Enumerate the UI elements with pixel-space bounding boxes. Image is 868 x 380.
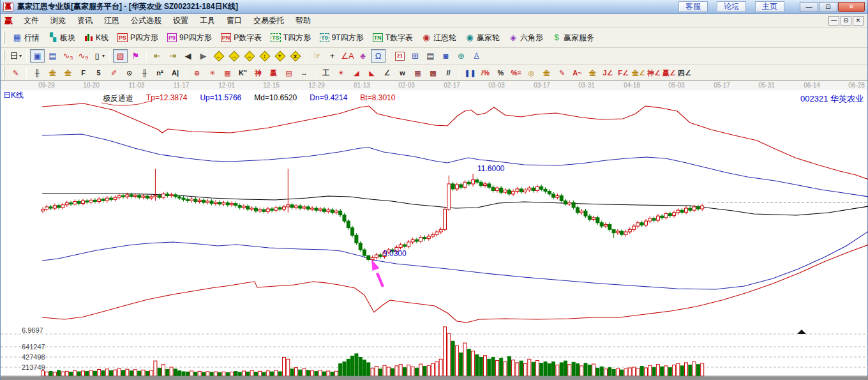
tool-fibo-grid-button[interactable]: F: [76, 66, 91, 79]
tool-compare-flag-button[interactable]: ⚑: [128, 49, 143, 63]
tool-plum-blossom-button[interactable]: ♣: [355, 49, 370, 63]
forum-button[interactable]: 论坛: [717, 1, 746, 12]
tool-sectors-button[interactable]: ▚板块: [44, 31, 80, 45]
child-close-button[interactable]: ✕: [853, 16, 864, 26]
tool-k-quote-button[interactable]: K": [236, 66, 250, 79]
tool-flag-pen-button[interactable]: ✎: [555, 66, 569, 79]
tool-t-square-button[interactable]: TST四方形: [266, 31, 315, 45]
tool-angle-shen-button[interactable]: 神∠: [647, 66, 661, 79]
close-button[interactable]: ✕: [838, 2, 865, 12]
tool-zigzag-button[interactable]: w: [395, 66, 410, 79]
tool-draw-pen-button[interactable]: ✎: [8, 66, 23, 79]
tool-t-number-table-button[interactable]: TNT数字表: [368, 31, 417, 45]
tool-gann-wheel-button[interactable]: ◉江恩轮: [417, 31, 461, 45]
tool-width-measure-button[interactable]: ↔: [297, 66, 311, 79]
restore-button[interactable]: ⊡: [819, 2, 837, 12]
tool-time-cycle-button[interactable]: ⊙: [122, 66, 137, 79]
tool-beam-tool-button[interactable]: 工: [318, 66, 333, 79]
tool-pen-angle-button[interactable]: ∠: [380, 66, 394, 79]
tool-first-page-button[interactable]: ⇤: [150, 49, 165, 63]
tool-remote-user-button[interactable]: ♙: [469, 49, 484, 63]
tool-angle-four-button[interactable]: 四∠: [677, 66, 692, 79]
tool-winner-wheel-button[interactable]: ◉赢家轮: [461, 31, 504, 45]
tool-quotes-button[interactable]: ▦行情: [8, 31, 44, 45]
chart-canvas[interactable]: 6.969764124742749821374911.60009.0300 日K…: [1, 89, 867, 380]
tool-angle-f-button[interactable]: F∠: [616, 66, 631, 79]
tool-fan-grid-button[interactable]: ▦: [220, 66, 235, 79]
child-restore-button[interactable]: ⊡: [841, 16, 851, 26]
tool-shrink-x-button[interactable]: ←: [211, 49, 226, 63]
tool-ray-fan-button[interactable]: ☀: [334, 66, 348, 79]
menu-item-gann[interactable]: 江恩: [98, 14, 125, 27]
tool-five-grid-button[interactable]: 5: [91, 66, 106, 79]
tool-n-square-button[interactable]: n²: [153, 66, 167, 79]
tool-fan-left-button[interactable]: ◢: [349, 66, 364, 79]
menu-item-window[interactable]: 窗口: [221, 14, 248, 27]
toolbar-grip[interactable]: [3, 50, 5, 63]
tool-network-button[interactable]: ⊕: [454, 49, 468, 63]
menu-item-settings[interactable]: 设置: [167, 14, 194, 27]
tool-zoom-all-button[interactable]: +: [273, 49, 287, 63]
menu-item-formula-stock-pick[interactable]: 公式选股: [125, 14, 167, 27]
menu-item-trade-entrust[interactable]: 交易委托: [248, 14, 290, 27]
tool-p-number-table-button[interactable]: PNP数字表: [216, 31, 267, 45]
tool-gold-grid-2-button[interactable]: 金: [61, 66, 75, 79]
minimize-button[interactable]: —: [800, 2, 818, 12]
child-minimize-button[interactable]: —: [828, 16, 839, 26]
tool-gold-grid-1-button[interactable]: 金: [45, 66, 60, 79]
tool-winner-service-button[interactable]: $赢家服务: [548, 31, 599, 45]
tool-wave-3-button[interactable]: ∿₃: [61, 49, 75, 63]
tool-angle-measure-button[interactable]: ∠A: [340, 49, 355, 63]
tool-crosshair-button[interactable]: +: [325, 49, 340, 63]
tool-grid-123-button[interactable]: ▤: [281, 66, 296, 79]
tool-angle-gold-button[interactable]: 金∠: [631, 66, 646, 79]
tool-multi-window-button[interactable]: ▣: [30, 49, 45, 63]
tool-hexagon-button[interactable]: ◈六角形: [504, 31, 548, 45]
tool-star-circle-button[interactable]: ✳: [205, 66, 220, 79]
tool-gann-drawing-panel-button[interactable]: ▧: [113, 49, 128, 63]
tool-angle-ying-button[interactable]: 赢∠: [662, 66, 677, 79]
tool-gold-red-lines-button[interactable]: 金: [585, 66, 600, 79]
tool-reset-view-button[interactable]: x: [288, 49, 303, 63]
tool-fit-height-button[interactable]: ↕: [257, 49, 272, 63]
homepage-button[interactable]: 主页: [755, 1, 784, 12]
tool-fan-grid-2-button[interactable]: ◣: [364, 66, 379, 79]
tool-fit-width-button[interactable]: ↔: [242, 49, 257, 63]
tool-info-view-button[interactable]: ▤: [45, 49, 60, 63]
menu-item-tools[interactable]: 工具: [194, 14, 221, 27]
tool-comb-2-button[interactable]: ╫: [137, 66, 152, 79]
tool-a-line-button[interactable]: A|: [168, 66, 183, 79]
kline-chart[interactable]: 6.969764124742749821374911.60009.0300: [1, 89, 868, 380]
tool-smart-analysis-button[interactable]: Ω: [371, 49, 385, 63]
toolbar-grip[interactable]: [3, 31, 5, 44]
menu-item-browse[interactable]: 浏览: [45, 14, 71, 27]
menu-item-help[interactable]: 帮助: [290, 14, 317, 27]
tool-parallel-lines-button[interactable]: //: [441, 66, 456, 79]
tool-p-square-button[interactable]: PSP四方形: [113, 31, 163, 45]
toolbar-grip[interactable]: [3, 66, 5, 79]
tool-save-button[interactable]: ◙: [438, 49, 453, 63]
tool-grid-red-button[interactable]: ▦: [410, 66, 425, 79]
tool-gann-comb-button[interactable]: ╫: [30, 66, 45, 79]
tool-shen-tool-button[interactable]: 神: [251, 66, 266, 79]
tool-blue-bars-button[interactable]: ❚❚: [463, 66, 477, 79]
tool-percent-slant-button[interactable]: /%: [478, 66, 493, 79]
tool-pan-hand-button[interactable]: ☞: [310, 49, 324, 63]
tool-period-daily-button[interactable]: 日▾: [8, 49, 23, 63]
tool-percent-button[interactable]: %: [493, 66, 508, 79]
menu-item-news[interactable]: 资讯: [71, 14, 98, 27]
tool-9t-square-button[interactable]: T99T四方形: [315, 31, 368, 45]
tool-angle-j-button[interactable]: J∠: [601, 66, 615, 79]
tool-prev-bar-button[interactable]: ◀: [181, 49, 195, 63]
tool-ying-tool-button[interactable]: 赢: [266, 66, 281, 79]
tool-grid-dark-button[interactable]: ▩: [426, 66, 440, 79]
tool-pen-ruler-button[interactable]: ✐: [107, 66, 121, 79]
tool-notes-button[interactable]: ▤: [423, 49, 438, 63]
tool-calculator-button[interactable]: ⊞: [408, 49, 423, 63]
tool-circle-cross-button[interactable]: ⊕: [190, 66, 204, 79]
customer-service-button[interactable]: 客服: [678, 1, 708, 12]
menu-item-file[interactable]: 文件: [18, 14, 45, 27]
tool-calendar-21-button[interactable]: 21: [393, 49, 407, 63]
tool-expand-x-button[interactable]: →: [227, 49, 241, 63]
tool-wave-9-button[interactable]: ∿₉: [76, 49, 91, 63]
